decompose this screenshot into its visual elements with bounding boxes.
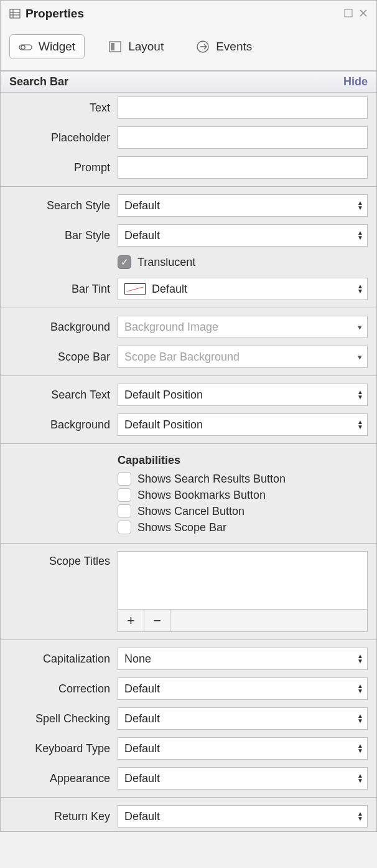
keyboard-type-value: Default — [124, 742, 160, 755]
stepper-icon: ▲▼ — [357, 230, 363, 240]
capabilities-heading: Capabilities — [118, 454, 368, 467]
capitalization-dropdown[interactable]: None ▲▼ — [118, 648, 368, 670]
label-appearance: Appearance — [1, 772, 118, 785]
section-header: Search Bar Hide — [1, 71, 376, 93]
svg-rect-10 — [111, 43, 114, 50]
shows-cancel-checkbox[interactable] — [118, 504, 131, 518]
minimize-icon[interactable] — [344, 7, 353, 21]
tab-events[interactable]: Events — [187, 34, 261, 59]
translucent-checkbox[interactable]: ✓ — [118, 255, 131, 269]
prompt-input[interactable] — [118, 156, 368, 179]
return-key-value: Default — [124, 810, 160, 823]
shows-search-results-checkbox[interactable] — [118, 472, 131, 486]
search-text-position-value: Default Position — [124, 389, 203, 402]
properties-icon — [9, 8, 21, 19]
label-prompt: Prompt — [1, 161, 118, 174]
stepper-icon: ▲▼ — [357, 420, 363, 430]
remove-button[interactable]: − — [144, 610, 170, 631]
properties-panel: Properties Widget — [0, 0, 377, 832]
label-text: Text — [1, 101, 118, 115]
label-scope-bar: Scope Bar — [1, 351, 118, 364]
scope-footer-spacer — [170, 610, 367, 631]
label-keyboard-type: Keyboard Type — [1, 742, 118, 755]
appearance-dropdown[interactable]: Default ▲▼ — [118, 767, 368, 790]
stepper-icon: ▲▼ — [357, 200, 363, 210]
bar-tint-dropdown[interactable]: Default ▲▼ — [118, 278, 368, 300]
search-style-value: Default — [124, 199, 160, 212]
correction-dropdown[interactable]: Default ▲▼ — [118, 677, 368, 700]
keyboard-type-dropdown[interactable]: Default ▲▼ — [118, 737, 368, 760]
spell-checking-value: Default — [124, 712, 160, 725]
stepper-icon: ▲▼ — [357, 773, 363, 783]
chevron-down-icon: ▾ — [358, 323, 362, 332]
panel-title: Properties — [26, 7, 84, 21]
background-image-dropdown[interactable]: Background Image ▾ — [118, 316, 368, 338]
hide-button[interactable]: Hide — [343, 75, 368, 88]
return-key-dropdown[interactable]: Default ▲▼ — [118, 805, 368, 828]
tab-layout[interactable]: Layout — [100, 34, 172, 59]
tab-widget-label: Widget — [39, 40, 75, 54]
shows-search-results-label: Shows Search Results Button — [137, 473, 286, 486]
section-title: Search Bar — [9, 75, 68, 88]
svg-rect-4 — [345, 9, 352, 17]
label-scope-titles: Scope Titles — [1, 551, 118, 568]
scope-titles-list[interactable]: + − — [118, 551, 368, 632]
stepper-icon: ▲▼ — [357, 684, 363, 694]
svg-point-8 — [21, 45, 25, 49]
stepper-icon: ▲▼ — [357, 284, 363, 294]
label-search-style: Search Style — [1, 199, 118, 212]
add-button[interactable]: + — [118, 610, 144, 631]
label-spell-checking: Spell Checking — [1, 712, 118, 725]
label-placeholder: Placeholder — [1, 131, 118, 144]
shows-cancel-label: Shows Cancel Button — [137, 505, 244, 518]
layout-icon — [108, 40, 122, 54]
spell-checking-dropdown[interactable]: Default ▲▼ — [118, 707, 368, 730]
label-bar-tint: Bar Tint — [1, 283, 118, 296]
label-correction: Correction — [1, 682, 118, 696]
stepper-icon: ▲▼ — [357, 811, 363, 821]
titlebar: Properties — [1, 1, 376, 27]
events-icon — [196, 40, 210, 54]
search-style-dropdown[interactable]: Default ▲▼ — [118, 194, 368, 217]
placeholder-input[interactable] — [118, 126, 368, 149]
label-capitalization: Capitalization — [1, 653, 118, 666]
label-bar-style: Bar Style — [1, 229, 118, 242]
appearance-value: Default — [124, 772, 160, 785]
tab-layout-label: Layout — [128, 40, 164, 54]
stepper-icon: ▲▼ — [357, 743, 363, 753]
search-text-position-dropdown[interactable]: Default Position ▲▼ — [118, 384, 368, 406]
bar-style-dropdown[interactable]: Default ▲▼ — [118, 224, 368, 247]
chevron-down-icon: ▾ — [358, 352, 362, 362]
stepper-icon: ▲▼ — [357, 714, 363, 724]
capitalization-value: None — [124, 653, 151, 666]
label-search-text: Search Text — [1, 389, 118, 402]
scope-bar-background-placeholder: Scope Bar Background — [124, 351, 240, 364]
shows-bookmarks-checkbox[interactable] — [118, 488, 131, 502]
label-background: Background — [1, 321, 118, 334]
shows-scope-bar-label: Shows Scope Bar — [137, 521, 226, 534]
label-return-key: Return Key — [1, 810, 118, 823]
widget-icon — [19, 40, 32, 54]
close-icon[interactable] — [359, 7, 368, 21]
no-color-swatch-icon — [124, 283, 146, 295]
label-background2: Background — [1, 418, 118, 432]
stepper-icon: ▲▼ — [357, 654, 363, 664]
tab-widget[interactable]: Widget — [9, 34, 85, 59]
svg-rect-0 — [10, 9, 20, 18]
translucent-label: Translucent — [137, 256, 195, 269]
background-image-placeholder: Background Image — [124, 321, 218, 334]
tab-events-label: Events — [216, 40, 252, 54]
correction-value: Default — [124, 682, 160, 696]
bar-tint-value: Default — [152, 283, 187, 296]
shows-bookmarks-label: Shows Bookmarks Button — [137, 489, 266, 502]
tab-bar: Widget Layout Events — [1, 27, 376, 71]
shows-scope-bar-checkbox[interactable] — [118, 521, 131, 534]
stepper-icon: ▲▼ — [357, 390, 363, 400]
scope-bar-background-dropdown[interactable]: Scope Bar Background ▾ — [118, 346, 368, 368]
text-input[interactable] — [118, 97, 368, 119]
bar-style-value: Default — [124, 229, 160, 242]
background-position-dropdown[interactable]: Default Position ▲▼ — [118, 413, 368, 436]
background-position-value: Default Position — [124, 418, 203, 432]
